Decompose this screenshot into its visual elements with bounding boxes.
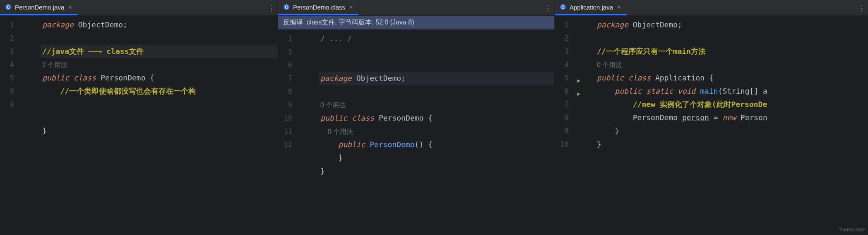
- token: //java文件 ——→ class文件: [42, 47, 144, 56]
- decompile-info-bar: 反编译 .class文件, 字节码版本: 52.0 (Java 8): [278, 16, 554, 29]
- token: //一个程序应只有一个main方法: [597, 47, 706, 56]
- code-line[interactable]: package ObjectDemo;: [595, 18, 868, 31]
- more-icon[interactable]: ⋮: [544, 3, 551, 12]
- token: 2 个用法: [42, 61, 67, 68]
- close-icon[interactable]: ×: [616, 4, 621, 10]
- svg-text:C: C: [285, 5, 288, 10]
- code-line[interactable]: package ObjectDemo;: [41, 18, 278, 31]
- code-line[interactable]: [595, 151, 868, 164]
- gutter-marks: ▶▶: [575, 16, 588, 235]
- close-icon[interactable]: ×: [349, 4, 353, 10]
- code-line[interactable]: public PersonDemo() {: [319, 138, 554, 151]
- token: class: [74, 73, 101, 82]
- tab-label: PersonDemo.java: [15, 4, 64, 11]
- run-icon[interactable]: ▶: [577, 87, 580, 100]
- token: void: [678, 87, 700, 95]
- code-line[interactable]: 2 个用法: [41, 58, 278, 71]
- line-number: 9: [4, 98, 14, 111]
- code-line[interactable]: //一个程序应只有一个main方法: [595, 45, 868, 58]
- code-line[interactable]: 0 个用法: [319, 125, 554, 138]
- code-line[interactable]: }: [319, 165, 554, 178]
- editor-pane: CPersonDemo.class×⋮反编译 .class文件, 字节码版本: …: [278, 0, 555, 235]
- token: =: [709, 113, 723, 122]
- code-line[interactable]: 0 个用法: [319, 98, 554, 111]
- code-line[interactable]: [41, 138, 278, 151]
- file-tab[interactable]: CApplication.java×: [555, 0, 627, 15]
- code-line[interactable]: [319, 58, 554, 72]
- gutter-marks: [20, 16, 33, 235]
- token: ObjectDemo;: [356, 74, 406, 82]
- line-number: 11: [282, 125, 292, 138]
- code-line[interactable]: }: [41, 124, 278, 138]
- token: }: [597, 126, 619, 135]
- code-line[interactable]: 0 个用法: [595, 58, 868, 71]
- code-line[interactable]: [319, 85, 554, 98]
- line-number: 4: [559, 58, 569, 71]
- code-line[interactable]: public class Application {: [595, 71, 868, 85]
- code-line[interactable]: [595, 31, 868, 45]
- code-editor[interactable]: 1234589package ObjectDemo;//java文件 ——→ c…: [0, 16, 278, 235]
- fold-column: [311, 29, 319, 235]
- more-icon[interactable]: ⋮: [268, 3, 274, 12]
- line-number: 3: [4, 45, 14, 58]
- line-number: 4: [4, 58, 14, 71]
- line-gutter: 1234589: [0, 16, 20, 235]
- code-line[interactable]: public class PersonDemo {: [41, 71, 278, 85]
- code-line[interactable]: //java文件 ——→ class文件: [41, 45, 278, 58]
- code-area[interactable]: / ... /package ObjectDemo;0 个用法public cl…: [319, 29, 554, 235]
- code-line[interactable]: }: [595, 124, 868, 138]
- code-line[interactable]: public class PersonDemo {: [319, 111, 554, 125]
- line-number: 6: [559, 85, 569, 98]
- line-number: 1: [4, 18, 14, 31]
- line-number: 5: [559, 71, 569, 85]
- code-line[interactable]: public static void main(String[] a: [595, 85, 868, 98]
- token: PersonDemo: [370, 140, 414, 149]
- line-number: 6: [282, 58, 292, 72]
- token: {: [709, 73, 714, 82]
- code-editor[interactable]: 156789101112/ ... /package ObjectDemo;0 …: [278, 29, 554, 235]
- token: new: [722, 113, 740, 122]
- code-line[interactable]: [41, 111, 278, 124]
- close-icon[interactable]: ×: [67, 4, 72, 10]
- gutter-marks: [298, 29, 311, 235]
- tab-bar: CPersonDemo.java×⋮: [0, 0, 278, 16]
- token: package: [320, 74, 356, 82]
- more-icon[interactable]: ⋮: [858, 3, 865, 12]
- token: //一个类即使啥都没写也会有存在一个构: [42, 87, 196, 95]
- token: main: [700, 87, 718, 95]
- line-number: 9: [282, 98, 292, 111]
- code-line[interactable]: [41, 98, 278, 111]
- line-number: 8: [282, 85, 292, 98]
- fold-column: [33, 16, 41, 235]
- token: ObjectDemo;: [78, 20, 127, 29]
- token: (String[] a: [718, 87, 767, 95]
- code-line[interactable]: }: [319, 151, 554, 165]
- file-tab[interactable]: CPersonDemo.java×: [0, 0, 78, 15]
- token: [597, 100, 633, 109]
- code-line[interactable]: [41, 31, 278, 45]
- code-line[interactable]: //new 实例化了个对象(此时PersonDe: [595, 98, 868, 111]
- line-number: 12: [282, 138, 292, 151]
- run-icon[interactable]: ▶: [577, 74, 580, 87]
- token: / ... /: [320, 34, 352, 43]
- line-number: 8: [4, 85, 14, 98]
- watermark: Yuucn.com: [839, 226, 866, 233]
- code-line[interactable]: / ... /: [319, 32, 554, 45]
- code-line[interactable]: [319, 45, 554, 58]
- line-number: 2: [4, 31, 14, 45]
- file-tab[interactable]: CPersonDemo.class×: [278, 0, 358, 15]
- code-area[interactable]: package ObjectDemo;//一个程序应只有一个main方法0 个用…: [595, 16, 868, 235]
- token: 0 个用法: [597, 61, 622, 68]
- line-number: 7: [559, 98, 569, 111]
- line-number: 5: [282, 45, 292, 58]
- code-area[interactable]: package ObjectDemo;//java文件 ——→ class文件2…: [41, 16, 278, 235]
- code-line[interactable]: package ObjectDemo;: [319, 72, 554, 85]
- code-line[interactable]: //一个类即使啥都没写也会有存在一个构: [41, 85, 278, 98]
- token: public: [42, 73, 74, 82]
- token: package: [597, 20, 633, 29]
- code-editor[interactable]: 12345678910▶▶package ObjectDemo;//一个程序应只…: [555, 16, 868, 235]
- code-line[interactable]: PersonDemo person = new Person: [595, 111, 868, 124]
- code-line[interactable]: }: [595, 138, 868, 151]
- token: public: [320, 114, 352, 122]
- code-line[interactable]: [319, 178, 554, 191]
